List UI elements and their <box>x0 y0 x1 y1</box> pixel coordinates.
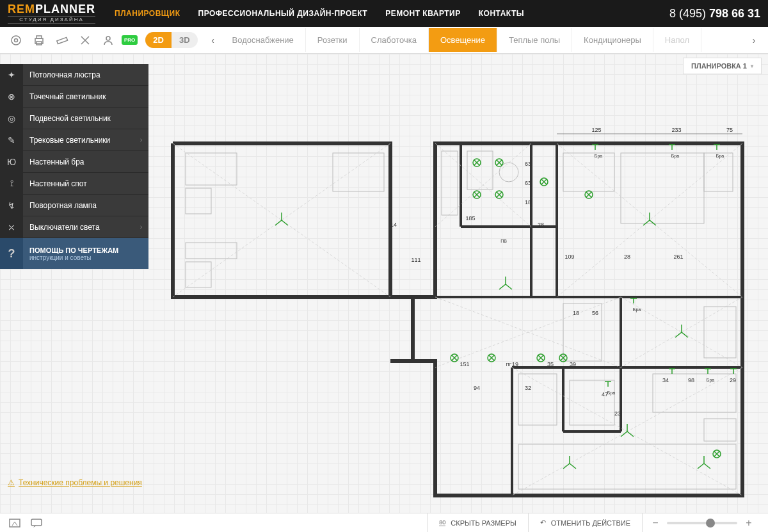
svg-point-0 <box>12 36 20 45</box>
sidebar-item-spotlight[interactable]: ⊗ Точечный светильник <box>0 86 148 108</box>
svg-rect-14 <box>704 153 733 191</box>
svg-rect-21 <box>570 380 614 425</box>
svg-text:Бра: Бра <box>595 154 602 159</box>
layout-selector[interactable]: ПЛАНИРОВКА 1 <box>683 58 762 74</box>
sidebar-item-pendant[interactable]: ◎ Подвесной светильник <box>0 108 148 129</box>
ruler-icon[interactable] <box>52 31 72 50</box>
svg-rect-24 <box>704 419 736 441</box>
svg-point-1 <box>15 38 18 42</box>
svg-rect-8 <box>186 188 211 214</box>
tabs: Водоснабжение Розетки Слаботочка Освещен… <box>221 28 746 52</box>
print-icon[interactable] <box>29 31 49 50</box>
tech-issues-link[interactable]: Технические проблемы и решения <box>8 478 142 487</box>
logo-planner: PLANNER <box>35 3 95 15</box>
svg-text:98: 98 <box>688 377 694 383</box>
nav-design-project[interactable]: ПРОФЕССИОНАЛЬНЫЙ ДИЗАЙН-ПРОЕКТ <box>198 9 368 18</box>
switches-icon: ⤫ <box>0 216 23 238</box>
chandelier-icon: ✦ <box>0 64 23 86</box>
svg-text:39: 39 <box>570 361 576 367</box>
zoom-thumb[interactable] <box>706 519 715 528</box>
view-toggle: 2D 3D <box>145 32 197 48</box>
svg-text:28: 28 <box>538 222 544 228</box>
svg-rect-19 <box>704 307 736 358</box>
settings-icon[interactable] <box>6 31 26 50</box>
sidebar-item-sconce[interactable]: Ю Настенный бра <box>0 151 148 173</box>
svg-point-6 <box>106 36 110 40</box>
floorplan[interactable]: 125 233 75 636318 1851428 111109 28261 1… <box>160 99 749 508</box>
wallspot-icon: ⟟ <box>0 173 23 195</box>
swivel-icon: ↯ <box>0 195 23 216</box>
svg-rect-22 <box>518 444 736 489</box>
tab-water[interactable]: Водоснабжение <box>221 28 306 52</box>
svg-text:ПГ: ПГ <box>506 362 512 367</box>
svg-text:29: 29 <box>730 377 736 383</box>
tab-heating[interactable]: Теплые полы <box>497 28 572 52</box>
toolbar: PRO 2D 3D ‹ Водоснабжение Розетки Слабот… <box>0 27 768 54</box>
nav-renovation[interactable]: РЕМОНТ КВАРТИР <box>385 9 461 18</box>
sidebar-item-track[interactable]: ✎ Трековые светильники › <box>0 129 148 151</box>
layout-label: ПЛАНИРОВКА 1 <box>691 62 747 70</box>
svg-rect-7 <box>186 153 237 185</box>
tool-sidebar: ✦ Потолочная люстра ⊗ Точечный светильни… <box>0 64 148 269</box>
svg-text:19: 19 <box>512 361 518 367</box>
view-3d-button[interactable]: 3D <box>172 32 198 48</box>
view-2d-button[interactable]: 2D <box>145 32 172 48</box>
tabs-next-arrow[interactable]: › <box>746 35 762 45</box>
svg-rect-12 <box>563 153 614 191</box>
svg-text:56: 56 <box>592 310 598 316</box>
undo-button[interactable]: ↶ ОТМЕНИТЬ ДЕЙСТВИЕ <box>528 513 642 533</box>
sidebar-item-switches[interactable]: ⤫ Выключатели света › <box>0 216 148 238</box>
svg-text:185: 185 <box>465 215 475 222</box>
zoom-slider[interactable] <box>667 522 737 524</box>
spotlight-icon: ⊗ <box>0 86 23 108</box>
hide-dimensions-button[interactable]: 80 СКРЫТЬ РАЗМЕРЫ <box>427 513 527 533</box>
tools-icon[interactable] <box>76 31 95 50</box>
tab-floor[interactable]: Напол <box>653 28 701 52</box>
svg-text:35: 35 <box>547 361 554 367</box>
tabs-prev-arrow[interactable]: ‹ <box>205 35 221 45</box>
main-nav: ПЛАНИРОВЩИК ПРОФЕССИОНАЛЬНЫЙ ДИЗАЙН-ПРОЕ… <box>115 9 669 18</box>
pro-badge[interactable]: PRO <box>122 35 138 45</box>
phone-number[interactable]: 8 (495) 798 66 31 <box>669 7 760 20</box>
sidebar-item-label: Точечный светильник <box>23 92 148 101</box>
sidebar-item-label: Потолочная люстра <box>23 70 148 79</box>
nav-contacts[interactable]: КОНТАКТЫ <box>479 9 524 18</box>
help-subtitle: инструкции и советы <box>29 254 118 261</box>
chat-icon[interactable] <box>28 516 45 530</box>
zoom-out-button[interactable]: − <box>650 517 660 529</box>
sidebar-item-label: Настенный спот <box>23 179 148 188</box>
undo-label: ОТМЕНИТЬ ДЕЙСТВИЕ <box>551 519 630 527</box>
user-icon[interactable] <box>99 31 118 50</box>
sidebar-item-chandelier[interactable]: ✦ Потолочная люстра <box>0 64 148 86</box>
pendant-icon: ◎ <box>0 108 23 129</box>
sidebar-help[interactable]: ? ПОМОЩЬ ПО ЧЕРТЕЖАМ инструкции и советы <box>0 238 148 269</box>
help-icon: ? <box>0 238 23 269</box>
svg-rect-10 <box>186 243 237 259</box>
svg-text:109: 109 <box>564 254 574 260</box>
svg-text:261: 261 <box>673 254 683 260</box>
svg-rect-74 <box>31 519 42 526</box>
tab-ac[interactable]: Кондиционеры <box>572 28 653 52</box>
zoom-in-button[interactable]: + <box>744 517 754 529</box>
tab-sockets[interactable]: Розетки <box>306 28 360 52</box>
svg-rect-13 <box>621 153 704 223</box>
logo[interactable]: REMPLANNER СТУДИЯ ДИЗАЙНА <box>8 3 95 24</box>
sidebar-item-wallspot[interactable]: ⟟ Настенный спот <box>0 173 148 195</box>
svg-text:23: 23 <box>614 410 621 417</box>
svg-text:111: 111 <box>411 257 420 263</box>
app-header: REMPLANNER СТУДИЯ ДИЗАЙНА ПЛАНИРОВЩИК ПР… <box>0 0 768 27</box>
sidebar-item-swivel[interactable]: ↯ Поворотная лампа <box>0 195 148 216</box>
dims-value: 80 <box>439 519 445 526</box>
nav-planner[interactable]: ПЛАНИРОВЩИК <box>115 9 180 18</box>
tab-lighting[interactable]: Освещение <box>429 28 497 52</box>
fullscreen-icon[interactable] <box>6 516 23 530</box>
logo-subtitle: СТУДИЯ ДИЗАЙНА <box>8 16 95 24</box>
tab-lowvoltage[interactable]: Слаботочка <box>360 28 429 52</box>
svg-text:Бра: Бра <box>607 391 615 396</box>
zoom-control: − + <box>642 513 762 533</box>
help-title: ПОМОЩЬ ПО ЧЕРТЕЖАМ <box>29 246 118 254</box>
svg-text:63: 63 <box>525 161 531 167</box>
svg-rect-3 <box>36 36 42 38</box>
svg-text:94: 94 <box>474 385 480 391</box>
svg-text:Бра: Бра <box>716 154 724 159</box>
